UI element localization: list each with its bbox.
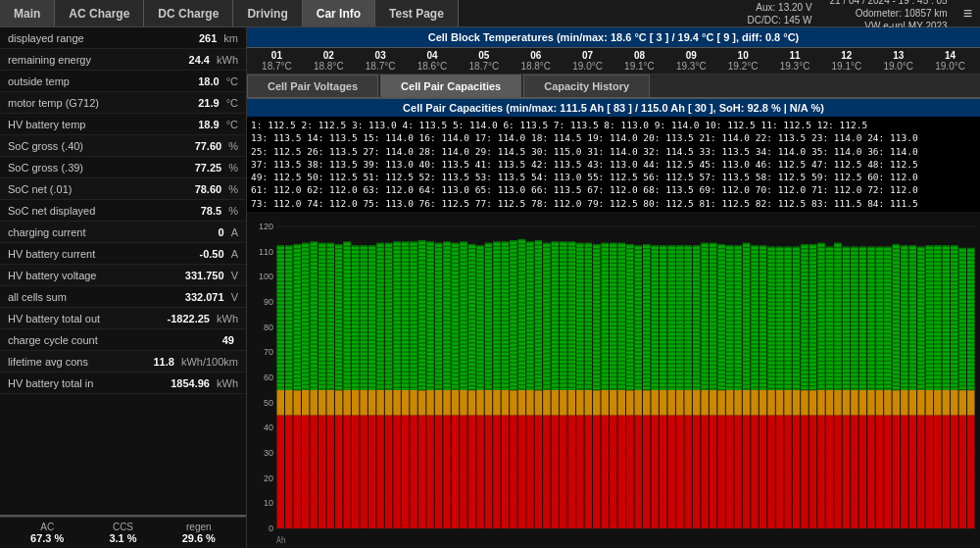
cell-column: 1319.0°C xyxy=(872,50,924,72)
cell-data-row: 61: 112.0 62: 112.0 63: 112.0 64: 113.0 … xyxy=(251,183,976,196)
cell-data-row: 13: 113.5 14: 113.5 15: 114.0 16: 114.0 … xyxy=(251,131,976,144)
hamburger-menu[interactable]: ≡ xyxy=(956,0,980,26)
status-bar: Aux: 13.20 V DC/DC: 145 W 21 / 04 / 2024… xyxy=(739,0,955,26)
cell-column: 0418.6°C xyxy=(407,50,459,72)
info-row: all cells sum 332.071 V xyxy=(0,286,246,308)
info-unit: °C xyxy=(226,75,238,87)
info-row: displayed range 261 km xyxy=(0,27,246,49)
cell-number: 01 xyxy=(251,50,303,61)
capacity-chart-area xyxy=(247,212,980,548)
info-unit: A xyxy=(231,226,238,238)
info-value-unit: 11.8 kWh/100km xyxy=(153,356,238,368)
info-unit: A xyxy=(231,248,238,260)
tab-main[interactable]: Main xyxy=(0,0,55,26)
regen-summary: regen 29.6 % xyxy=(182,522,216,544)
cell-data-row: 25: 112.5 26: 113.5 27: 114.0 28: 114.0 … xyxy=(251,145,976,158)
info-value: 18.0 xyxy=(198,75,219,87)
ccs-label: CCS xyxy=(109,522,136,532)
info-value-unit: 332.071 V xyxy=(185,291,238,303)
info-row: SoC net displayed 78.5 % xyxy=(0,200,246,222)
info-label: SoC gross (.40) xyxy=(8,140,83,152)
info-value: -1822.25 xyxy=(168,313,210,324)
info-label: charge cycle count xyxy=(8,334,98,346)
cell-data-row: 49: 112.5 50: 112.5 51: 112.5 52: 113.5 … xyxy=(251,171,976,183)
info-value: 331.750 xyxy=(185,270,224,281)
cell-number: 14 xyxy=(924,50,976,61)
tab-car-info[interactable]: Car Info xyxy=(303,0,375,26)
info-unit: V xyxy=(231,291,238,303)
cell-data-table: 1: 112.5 2: 112.5 3: 113.0 4: 113.5 5: 1… xyxy=(247,117,980,212)
cell-number: 13 xyxy=(872,50,924,61)
info-unit: V xyxy=(231,270,238,281)
info-value-unit: 21.9 °C xyxy=(198,97,238,109)
tab-capacity-history[interactable]: Capacity History xyxy=(523,75,650,97)
cell-temp: 18.7°C xyxy=(458,61,510,72)
info-value-unit: 78.60 % xyxy=(195,183,238,195)
tab-ac-charge[interactable]: AC Charge xyxy=(55,0,144,26)
cell-number: 03 xyxy=(355,50,407,61)
info-value: 11.8 xyxy=(153,356,173,368)
right-panel: Cell Block Temperatures (min/max: 18.6 °… xyxy=(247,27,980,548)
info-label: HV battery temp xyxy=(8,119,85,130)
tab-dc-charge[interactable]: DC Charge xyxy=(144,0,233,26)
cell-number: 04 xyxy=(407,50,459,61)
info-value-unit: 18.0 °C xyxy=(198,75,238,87)
info-value-unit: 78.5 % xyxy=(201,205,238,217)
cell-column: 0218.8°C xyxy=(303,50,355,72)
main-layout: displayed range 261 km remaining energy … xyxy=(0,27,980,548)
info-label: SoC net displayed xyxy=(8,205,95,217)
cell-number: 02 xyxy=(303,50,355,61)
cell-temp: 18.6°C xyxy=(407,61,459,72)
info-label: all cells sum xyxy=(8,291,67,303)
cell-column: 1419.0°C xyxy=(924,50,976,72)
cell-data-row: 73: 112.0 74: 112.0 75: 113.0 76: 112.5 … xyxy=(251,197,976,210)
info-row: charging current 0 A xyxy=(0,222,246,243)
info-row: HV battery total out -1822.25 kWh xyxy=(0,308,246,329)
tab-cell-pair-capacities[interactable]: Cell Pair Capacities xyxy=(380,75,521,97)
info-unit: kWh xyxy=(217,377,238,389)
cell-temp: 19.0°C xyxy=(562,61,613,72)
info-value-unit: 77.25 % xyxy=(195,162,238,174)
info-row: motor temp (G712) 21.9 °C xyxy=(0,92,246,114)
info-label: HV battery total out xyxy=(8,313,100,324)
info-label: SoC gross (.39) xyxy=(8,162,83,174)
info-row: HV battery current -0.50 A xyxy=(0,243,246,265)
info-value: 1854.96 xyxy=(171,377,210,389)
info-label: remaining energy xyxy=(8,54,91,66)
info-unit: kWh xyxy=(217,54,238,66)
info-label: SoC net (.01) xyxy=(8,183,72,195)
tab-cell-pair-voltages[interactable]: Cell Pair Voltages xyxy=(247,75,378,97)
info-unit: °C xyxy=(226,119,238,130)
sub-tabs: Cell Pair Voltages Cell Pair Capacities … xyxy=(247,75,980,99)
cell-column: 1219.1°C xyxy=(820,50,872,72)
cell-temp: 18.8°C xyxy=(510,61,562,72)
info-value-unit: 24.4 kWh xyxy=(189,54,238,66)
cell-column: 0719.0°C xyxy=(562,50,613,72)
info-row: remaining energy 24.4 kWh xyxy=(0,49,246,71)
info-label: displayed range xyxy=(8,32,84,44)
info-value: 77.60 xyxy=(195,140,222,152)
info-value: 261 xyxy=(199,32,217,44)
cell-number: 07 xyxy=(562,50,613,61)
info-value-unit: 1854.96 kWh xyxy=(171,377,238,389)
info-label: charging current xyxy=(8,226,86,238)
info-label: lifetime avg cons xyxy=(8,356,88,368)
cell-temp: 19.0°C xyxy=(924,61,976,72)
info-value-unit: -1822.25 kWh xyxy=(168,313,239,324)
info-value: 18.9 xyxy=(198,119,219,130)
capacity-header: Cell Pair Capacities (min/max: 111.5 Ah … xyxy=(247,99,980,117)
info-value-unit: 331.750 V xyxy=(185,270,238,281)
cell-temp: 18.7°C xyxy=(251,61,303,72)
datetime: 21 / 04 / 2024 - 19 : 45 : 05 xyxy=(830,0,948,7)
capacity-chart xyxy=(247,212,980,548)
info-value: 78.60 xyxy=(195,183,222,195)
tab-driving[interactable]: Driving xyxy=(233,0,302,26)
regen-label: regen xyxy=(182,522,216,532)
cell-temp: 19.1°C xyxy=(613,61,665,72)
info-unit: % xyxy=(228,140,238,152)
info-row: SoC net (.01) 78.60 % xyxy=(0,178,246,200)
cell-column: 1019.2°C xyxy=(717,50,769,72)
dc-dc-power: DC/DC: 145 W xyxy=(747,14,811,26)
info-value: -0.50 xyxy=(200,248,224,260)
tab-test-page[interactable]: Test Page xyxy=(375,0,459,26)
